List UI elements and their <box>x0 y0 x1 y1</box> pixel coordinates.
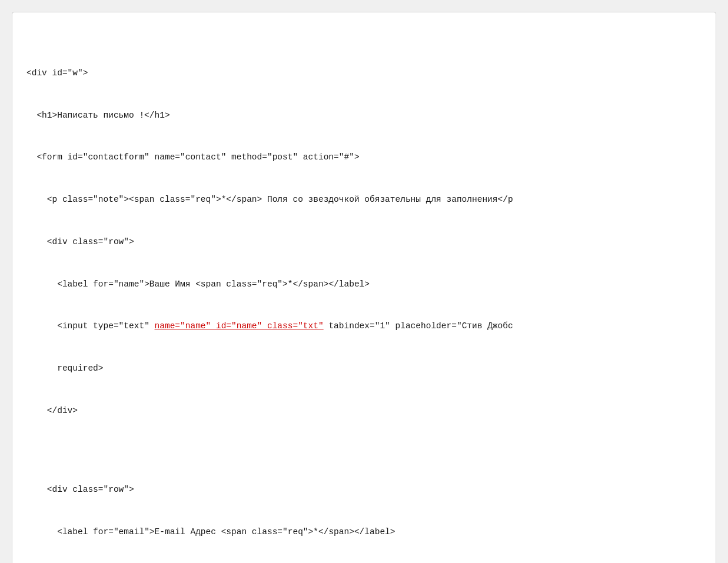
code-text: <label for="email">E-mail Адрес <span cl… <box>57 527 395 537</box>
code-attribute: name="name" id="name" class="txt" <box>155 321 324 331</box>
code-line: <input type="text" name="name" id="name"… <box>26 319 702 334</box>
code-line: <label for="name">Ваше Имя <span class="… <box>26 278 702 292</box>
blank-line <box>26 447 702 455</box>
code-line: <div class="row"> <box>26 235 702 249</box>
code-line: <label for="email">E-mail Адрес <span cl… <box>26 525 702 539</box>
code-text: <form id="contactform" name="contact" me… <box>36 152 359 162</box>
code-content: <div id="w"> <h1>Написать письмо !</h1> … <box>26 24 702 563</box>
code-line: <p class="note"><span class="req">*</spa… <box>26 193 702 207</box>
code-line: <form id="contactform" name="contact" me… <box>26 151 702 165</box>
code-text: required> <box>57 364 103 373</box>
code-line: <div id="w"> <box>26 66 702 81</box>
code-text: <input type="text" <box>57 321 154 331</box>
code-line: required> <box>26 362 702 376</box>
code-line: <h1>Написать письмо !</h1> <box>26 109 702 123</box>
code-text: <h1>Написать письмо !</h1> <box>36 111 169 120</box>
code-line: <div class="row"> <box>26 483 702 497</box>
code-line: </div> <box>26 404 702 418</box>
code-text: <div class="row"> <box>47 485 134 494</box>
code-window: <div id="w"> <h1>Написать письмо !</h1> … <box>12 12 716 563</box>
code-text: <p class="note"><span class="req">*</spa… <box>47 195 513 204</box>
code-text: tabindex="1" placeholder="Стив Джобс <box>324 321 513 331</box>
code-text: <div class="row"> <box>47 237 134 246</box>
code-text: <label for="name">Ваше Имя <span class="… <box>57 279 370 289</box>
code-text: </div> <box>47 406 78 415</box>
code-text: <div id="w"> <box>26 68 88 78</box>
